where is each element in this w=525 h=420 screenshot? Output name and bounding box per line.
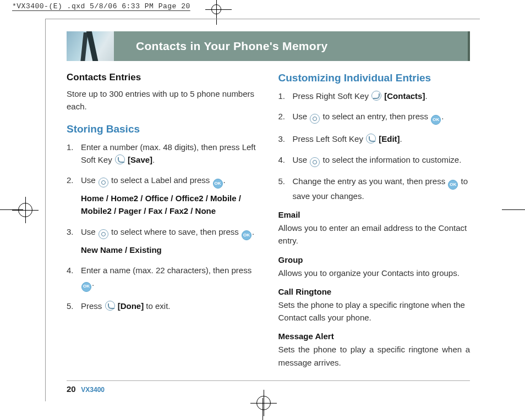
label-options: Home / Home2 / Office / Office2 / Mobile… (81, 192, 259, 218)
list-item: Press Right Soft Key [Contacts]. (278, 90, 471, 102)
field-text: Sets the phone to play a specific ringto… (278, 299, 471, 324)
page-number: 20 (67, 384, 76, 394)
field-text: Allows you to organize your Contacts int… (278, 267, 471, 279)
chapter-title: Contacts in Your Phone's Memory (114, 31, 468, 61)
ok-key-icon: OK (448, 180, 458, 190)
right-soft-key-icon (371, 91, 381, 101)
left-soft-key-icon (366, 134, 376, 143)
nav-key-icon (310, 157, 320, 167)
list-item: Enter a number (max. 48 digits), then pr… (67, 141, 259, 167)
section-heading-customizing: Customizing Individual Entries (278, 72, 471, 84)
list-item: Enter a name (max. 22 characters), then … (67, 264, 259, 291)
list-item: Use to select the information to customi… (278, 153, 471, 167)
storing-basics-steps: Enter a number (max. 48 digits), then pr… (67, 141, 259, 312)
nav-key-icon (310, 114, 320, 124)
ok-key-icon: OK (81, 282, 91, 292)
field-heading-email: Email (278, 210, 471, 219)
list-item: Change the entry as you want, then press… (278, 175, 471, 202)
nav-key-icon (99, 229, 108, 239)
field-text: Sets the phone to play a specific ringto… (278, 343, 471, 369)
field-heading-message-alert: Message Alert (278, 331, 471, 341)
section-heading-storing-basics: Storing Basics (67, 123, 259, 135)
left-column: Contacts Entries Store up to 300 entries… (67, 72, 259, 372)
section-intro-text: Store up to 300 entries with up to 5 pho… (67, 87, 259, 113)
save-options: New Name / Existing (81, 244, 259, 256)
ok-key-icon: OK (242, 230, 251, 240)
nav-key-icon (99, 178, 108, 187)
list-item: Use to select a Label and press OK. Home… (67, 174, 259, 218)
section-heading-contacts-entries: Contacts Entries (67, 72, 259, 83)
field-heading-call-ringtone: Call Ringtone (278, 287, 471, 296)
field-heading-group: Group (278, 255, 471, 264)
list-item: Use to select where to save, then press … (67, 225, 259, 256)
chapter-title-image (67, 31, 114, 61)
list-item: Press [Done] to exit. (67, 300, 259, 312)
ok-key-icon: OK (213, 179, 223, 189)
doc-header-line: *VX3400-(E) .qxd 5/8/06 6:33 PM Page 20 (0, 0, 525, 10)
page-footer: 20 VX3400 (67, 380, 470, 394)
right-column: Customizing Individual Entries Press Rig… (278, 72, 471, 372)
customizing-steps: Press Right Soft Key [Contacts]. Use to … (278, 90, 471, 202)
left-soft-key-icon (115, 154, 125, 164)
registration-mark-icon (18, 203, 32, 217)
left-soft-key-icon (105, 301, 115, 311)
chapter-title-bar: Contacts in Your Phone's Memory (67, 31, 470, 61)
crop-mark (502, 209, 525, 210)
ok-key-icon: OK (431, 115, 441, 125)
list-item: Press Left Soft Key [Edit]. (278, 132, 471, 145)
list-item: Use to select an entry, then press OK. (278, 110, 471, 125)
page-frame: Contacts in Your Phone's Memory Contacts… (45, 19, 480, 401)
registration-mark-icon (211, 4, 221, 14)
field-text: Allows you to enter an email address to … (278, 222, 471, 247)
model-name: VX3400 (81, 386, 105, 394)
